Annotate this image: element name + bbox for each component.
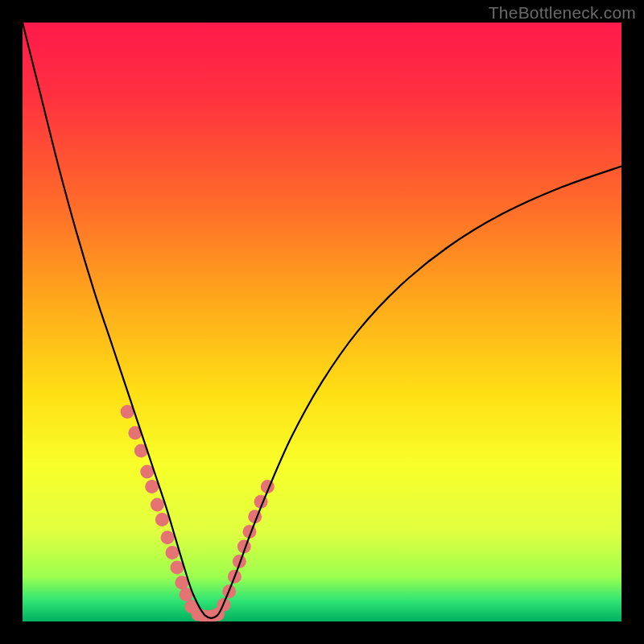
- watermark-text: TheBottleneck.com: [489, 3, 636, 23]
- background-gradient: [23, 23, 621, 621]
- chart-frame: TheBottleneck.com: [0, 0, 644, 644]
- svg-rect-0: [23, 23, 621, 621]
- plot-area: [23, 23, 621, 621]
